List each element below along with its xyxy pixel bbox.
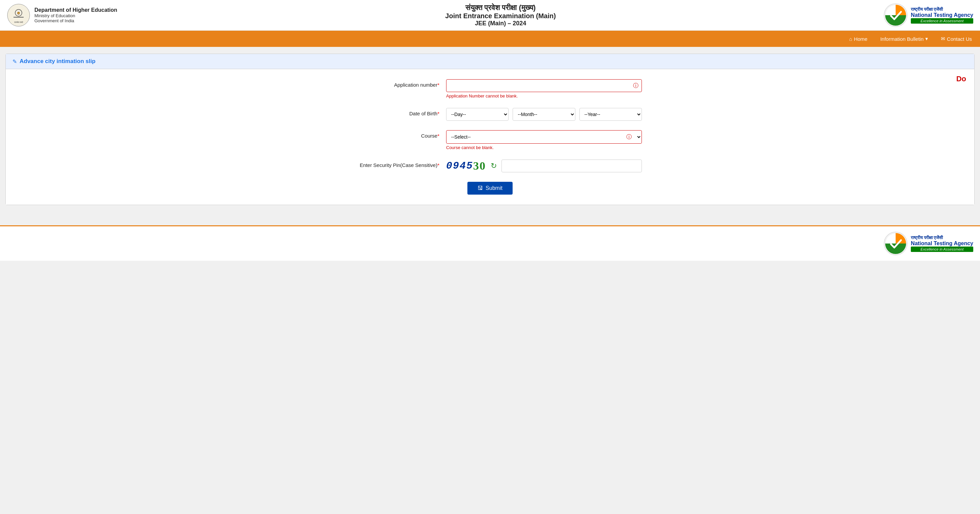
course-label: Course* (338, 130, 446, 139)
course-control: --Select-- ⓘ Course cannot be blank. (446, 130, 642, 150)
captcha-blue: 0945 (446, 160, 473, 172)
card-body: Do Application number* ⓘ Application Num… (6, 69, 974, 205)
course-row: Course* --Select-- ⓘ Course cannot be bl… (338, 130, 642, 150)
required-mark-dob: * (438, 111, 439, 116)
form-card: ✎ Advance city intimation slip Do Applic… (5, 54, 975, 205)
submit-row: 🖫 Submit (338, 182, 642, 195)
nav-home[interactable]: ⌂ Home (848, 33, 869, 44)
svg-rect-3 (13, 17, 24, 17)
nta-text: राष्ट्रीय परीक्षा एजेंसी National Testin… (911, 7, 973, 24)
nta-eng: National Testing Agency (911, 12, 973, 18)
nta-circle-icon (884, 3, 907, 27)
card-title: Advance city intimation slip (19, 58, 95, 65)
error-icon: ⓘ (633, 82, 638, 89)
nta-tagline: Excellence in Assessment (911, 18, 973, 24)
contact-icon: ✉ (941, 36, 945, 42)
security-control: 0945 30 ↻ (446, 160, 642, 172)
security-pin-row: Enter Security Pin(Case Sensitive)* 0945… (338, 160, 642, 172)
footer-nta-text: राष्ट्रीय परीक्षा एजेंसी National Testin… (911, 235, 973, 252)
nta-hindi: राष्ट्रीय परीक्षा एजेंसी (911, 7, 973, 12)
security-row: 0945 30 ↻ (446, 160, 642, 172)
navbar: ⌂ Home Information Bulletin ▾ ✉ Contact … (0, 31, 980, 47)
dept-info: Department of Higher Education Ministry … (34, 7, 117, 23)
footer-nta-logo: राष्ट्रीय परीक्षा एजेंसी National Testin… (884, 232, 973, 255)
app-number-control: ⓘ Application Number cannot be blank. (446, 79, 642, 98)
page-footer: राष्ट्रीय परीक्षा एजेंसी National Testin… (0, 225, 980, 261)
submit-icon: 🖫 (477, 185, 483, 191)
refresh-captcha-icon[interactable]: ↻ (491, 162, 497, 170)
svg-text:🦁: 🦁 (17, 11, 20, 15)
dob-day-select[interactable]: --Day-- (446, 108, 509, 121)
do-label: Do (956, 75, 966, 83)
footer-nta-circle-icon (884, 232, 907, 255)
svg-text:सत्यमेव जयते: सत्यमेव जयते (14, 21, 24, 23)
captcha-display: 0945 30 (446, 160, 486, 172)
nta-logo: राष्ट्रीय परीक्षा एजेंसी National Testin… (884, 3, 973, 27)
edit-icon: ✎ (13, 58, 17, 65)
course-select-wrap: --Select-- ⓘ (446, 130, 642, 144)
submit-button[interactable]: 🖫 Submit (468, 182, 512, 195)
eng-title: Joint Entrance Examination (Main) (117, 12, 884, 20)
nav-info-bulletin[interactable]: Information Bulletin ▾ (879, 33, 929, 44)
dob-label: Date of Birth* (338, 108, 446, 116)
hindi-title: संयुक्त प्रवेश परीक्षा (मुख्य) (117, 3, 884, 12)
required-mark: * (438, 82, 439, 88)
app-number-error: Application Number cannot be blank. (446, 94, 642, 98)
dept-name: Department of Higher Education (34, 7, 117, 13)
dob-control: --Day-- --Month-- --Year-- (446, 108, 642, 121)
dept-sub1: Ministry of Education (34, 13, 117, 18)
course-select[interactable]: --Select-- (446, 130, 642, 144)
info-bulletin-label: Information Bulletin (880, 36, 923, 42)
dob-year-select[interactable]: --Year-- (579, 108, 642, 121)
page-header: 🦁 सत्यमेव जयते Department of Higher Educ… (0, 0, 980, 31)
nav-contact[interactable]: ✉ Contact Us (940, 33, 973, 44)
app-number-input-wrap: ⓘ (446, 79, 642, 92)
dob-month-select[interactable]: --Month-- (512, 108, 575, 121)
footer-nta-eng: National Testing Agency (911, 241, 973, 246)
submit-label: Submit (485, 185, 503, 191)
application-number-input[interactable] (446, 79, 642, 92)
footer-nta-tagline: Excellence in Assessment (911, 246, 973, 252)
course-error: Course cannot be blank. (446, 145, 642, 150)
app-number-row: Application number* ⓘ Application Number… (338, 79, 642, 98)
course-error-icon: ⓘ (626, 133, 632, 141)
required-mark-security: * (438, 162, 439, 168)
main-content: ✎ Advance city intimation slip Do Applic… (0, 47, 980, 212)
home-icon: ⌂ (849, 36, 852, 42)
captcha-green: 30 (473, 160, 486, 172)
card-header: ✎ Advance city intimation slip (6, 54, 974, 69)
ashoka-emblem-icon: 🦁 सत्यमेव जयते (7, 3, 30, 27)
header-center: संयुक्त प्रवेश परीक्षा (मुख्य) Joint Ent… (117, 3, 884, 27)
security-label: Enter Security Pin(Case Sensitive)* (338, 160, 446, 168)
header-left: 🦁 सत्यमेव जयते Department of Higher Educ… (7, 3, 117, 27)
year-title: JEE (Main) – 2024 (117, 20, 884, 27)
form-area: Application number* ⓘ Application Number… (338, 79, 642, 195)
required-mark-course: * (438, 133, 439, 139)
security-pin-input[interactable] (501, 160, 642, 172)
dob-selects: --Day-- --Month-- --Year-- (446, 108, 642, 121)
dropdown-arrow-icon: ▾ (925, 36, 928, 42)
footer-nta-hindi: राष्ट्रीय परीक्षा एजेंसी (911, 235, 973, 241)
app-number-label: Application number* (338, 79, 446, 88)
header-right: राष्ट्रीय परीक्षा एजेंसी National Testin… (884, 3, 973, 27)
dept-sub2: Government of India (34, 18, 117, 23)
dob-row: Date of Birth* --Day-- --Month-- --Year-… (338, 108, 642, 121)
